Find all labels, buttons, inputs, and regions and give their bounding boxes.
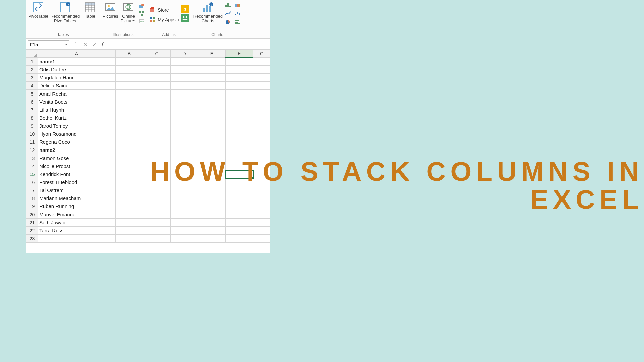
cell-F6[interactable] xyxy=(226,98,253,106)
cell-A11[interactable]: Regena Coco xyxy=(38,138,116,146)
fx-icon[interactable]: fx xyxy=(102,42,105,48)
enter-formula-button[interactable]: ✓ xyxy=(92,41,97,48)
cell-B18[interactable] xyxy=(116,194,143,202)
cell-D3[interactable] xyxy=(171,74,198,82)
cell-A13[interactable]: Ramon Gose xyxy=(38,154,116,162)
row-header-7[interactable]: 7 xyxy=(26,106,38,114)
row-header-15[interactable]: 15 xyxy=(26,170,38,178)
screenshot-button[interactable]: ⊕+ xyxy=(139,18,145,25)
cell-F10[interactable] xyxy=(226,130,253,138)
cell-E1[interactable] xyxy=(198,58,226,66)
cell-C11[interactable] xyxy=(143,138,171,146)
row-header-13[interactable]: 13 xyxy=(26,154,38,162)
cell-B4[interactable] xyxy=(116,82,143,90)
cell-G22[interactable] xyxy=(253,227,270,235)
cell-A14[interactable]: Nicolle Propst xyxy=(38,162,116,170)
cell-F21[interactable] xyxy=(226,219,253,227)
cell-B2[interactable] xyxy=(116,66,143,74)
cell-F9[interactable] xyxy=(226,122,253,130)
cell-B20[interactable] xyxy=(116,210,143,219)
cell-C5[interactable] xyxy=(143,90,171,98)
cell-E4[interactable] xyxy=(198,82,226,90)
cell-G4[interactable] xyxy=(253,82,270,90)
column-header-G[interactable]: G xyxy=(253,50,270,58)
my-apps-button[interactable]: My Apps ▾ xyxy=(149,16,179,24)
cell-E10[interactable] xyxy=(198,130,226,138)
store-button[interactable]: Store xyxy=(149,6,179,14)
cell-A15[interactable]: Kendrick Font xyxy=(38,170,116,178)
cell-B12[interactable] xyxy=(116,146,143,154)
cell-D12[interactable] xyxy=(171,146,198,154)
cell-A6[interactable]: Venita Boots xyxy=(38,98,116,106)
cell-D10[interactable] xyxy=(171,130,198,138)
cell-A20[interactable]: Marivel Emanuel xyxy=(38,210,116,219)
row-header-19[interactable]: 19 xyxy=(26,202,38,210)
cell-G11[interactable] xyxy=(253,138,270,146)
cell-A2[interactable]: Odis Durfee xyxy=(38,66,116,74)
cell-B22[interactable] xyxy=(116,227,143,235)
cell-A17[interactable]: Tai Ostrem xyxy=(38,186,116,194)
cell-B9[interactable] xyxy=(116,122,143,130)
cell-A7[interactable]: Lilla Huynh xyxy=(38,106,116,114)
cell-C8[interactable] xyxy=(143,114,171,122)
row-header-18[interactable]: 18 xyxy=(26,194,38,202)
row-header-1[interactable]: 1 xyxy=(26,58,38,66)
cell-B11[interactable] xyxy=(116,138,143,146)
cancel-formula-button[interactable]: ✕ xyxy=(83,41,87,48)
hierarchy-chart-button[interactable] xyxy=(234,3,241,9)
name-box-dropdown-icon[interactable]: ▾ xyxy=(65,43,67,46)
cell-F3[interactable] xyxy=(226,74,253,82)
cell-A12[interactable]: name2 xyxy=(38,146,116,154)
cell-G9[interactable] xyxy=(253,122,270,130)
cell-C9[interactable] xyxy=(143,122,171,130)
line-chart-button[interactable] xyxy=(225,11,232,17)
row-header-9[interactable]: 9 xyxy=(26,122,38,130)
cell-E8[interactable] xyxy=(198,114,226,122)
cell-A10[interactable]: Hyon Rosamond xyxy=(38,130,116,138)
pie-chart-button[interactable] xyxy=(225,19,232,26)
cell-B14[interactable] xyxy=(116,162,143,170)
cell-B23[interactable] xyxy=(116,235,143,243)
cell-F22[interactable] xyxy=(226,227,253,235)
cell-G6[interactable] xyxy=(253,98,270,106)
cell-C1[interactable] xyxy=(143,58,171,66)
cell-A18[interactable]: Mariann Meacham xyxy=(38,194,116,202)
cell-B6[interactable] xyxy=(116,98,143,106)
row-header-21[interactable]: 21 xyxy=(26,219,38,227)
recommended-charts-button[interactable]: ? Recommended Charts xyxy=(193,1,223,23)
cell-B1[interactable] xyxy=(116,58,143,66)
cell-B3[interactable] xyxy=(116,74,143,82)
cell-G1[interactable] xyxy=(253,58,270,66)
column-chart-button[interactable] xyxy=(225,3,232,9)
cell-A3[interactable]: Magdalen Haun xyxy=(38,74,116,82)
row-header-23[interactable]: 23 xyxy=(26,235,38,243)
row-header-12[interactable]: 12 xyxy=(26,146,38,154)
cell-B15[interactable] xyxy=(116,170,143,178)
cell-C12[interactable] xyxy=(143,146,171,154)
row-header-2[interactable]: 2 xyxy=(26,66,38,74)
bar-chart-button[interactable] xyxy=(234,19,241,26)
cell-F4[interactable] xyxy=(226,82,253,90)
bing-maps-button[interactable]: b xyxy=(181,5,189,14)
smartart-button[interactable] xyxy=(139,11,145,18)
pictures-button[interactable]: Pictures xyxy=(102,1,118,19)
cell-C22[interactable] xyxy=(143,227,171,235)
cell-A21[interactable]: Seth Jawad xyxy=(38,219,116,227)
column-header-E[interactable]: E xyxy=(198,50,226,58)
cell-G5[interactable] xyxy=(253,90,270,98)
cell-E9[interactable] xyxy=(198,122,226,130)
cell-E12[interactable] xyxy=(198,146,226,154)
cell-B5[interactable] xyxy=(116,90,143,98)
column-header-D[interactable]: D xyxy=(171,50,198,58)
cell-B10[interactable] xyxy=(116,130,143,138)
formula-input[interactable] xyxy=(109,40,269,49)
cell-D8[interactable] xyxy=(171,114,198,122)
row-header-3[interactable]: 3 xyxy=(26,74,38,82)
cell-F2[interactable] xyxy=(226,66,253,74)
cell-D6[interactable] xyxy=(171,98,198,106)
row-header-20[interactable]: 20 xyxy=(26,210,38,219)
shapes-button[interactable] xyxy=(139,3,145,10)
cell-A9[interactable]: Jarod Tomey xyxy=(38,122,116,130)
cell-A22[interactable]: Tarra Russi xyxy=(38,227,116,235)
cell-D7[interactable] xyxy=(171,106,198,114)
